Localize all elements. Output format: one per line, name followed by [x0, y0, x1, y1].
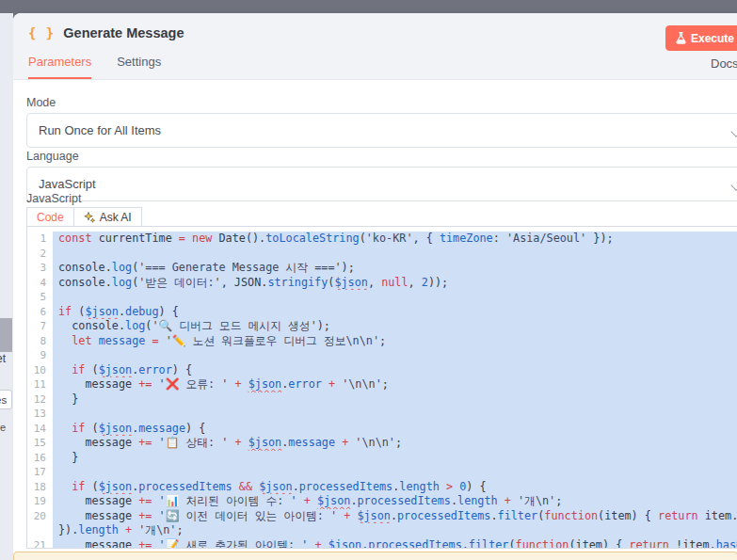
- tab-settings[interactable]: Settings: [117, 55, 161, 79]
- code-line: 18 if ($json.processedItems && $json.pro…: [27, 480, 737, 495]
- tab-code[interactable]: Code: [26, 207, 74, 227]
- tab-ask-ai[interactable]: Ask AI: [74, 207, 142, 227]
- code-line: 20 message += '🔄 이전 데이터 있는 아이템: ' + $jso…: [27, 509, 737, 524]
- code-line: 21 message += '📝 새로 추가된 아이템: ' + $json.p…: [27, 538, 737, 550]
- background-text-fragment: ee: [0, 422, 6, 433]
- code-line: 12 }: [27, 392, 737, 408]
- code-line: 19 message += '📊 처리된 아이템 수: ' + $json.pr…: [27, 494, 737, 509]
- execute-step-label: Execute step: [691, 32, 737, 45]
- panel-header: { } Generate Message Execute step Parame…: [13, 13, 737, 80]
- tab-parameters[interactable]: Parameters: [28, 55, 91, 79]
- code-line: }).length + '개\n';: [27, 523, 737, 538]
- code-tab-label: Code: [37, 211, 64, 224]
- code-line: 10 if ($json.error) {: [27, 363, 737, 378]
- sparkles-icon: [84, 212, 95, 223]
- language-select[interactable]: JavaScript: [26, 167, 737, 201]
- mode-select[interactable]: Run Once for All Items: [26, 113, 737, 148]
- code-editor[interactable]: 1const currentTime = new Date().toLocale…: [26, 226, 737, 549]
- background-button-fragment: es: [0, 390, 12, 409]
- chevron-down-icon: [730, 180, 737, 190]
- ask-ai-tab-label: Ask AI: [100, 211, 132, 224]
- chevron-down-icon: [730, 126, 737, 136]
- node-title-row: { } Generate Message: [28, 25, 184, 40]
- panel-tabs: Parameters Settings: [28, 55, 161, 79]
- notice-banner: [13, 552, 737, 560]
- code-node-icon: { }: [28, 25, 55, 40]
- canvas-left-strip: et es ee: [0, 13, 13, 560]
- node-detail-panel: { } Generate Message Execute step Parame…: [13, 13, 737, 560]
- execute-step-button[interactable]: Execute step: [665, 25, 737, 51]
- code-editor-tabs: Code Ask AI: [26, 207, 142, 227]
- code-line: 13: [27, 407, 737, 422]
- code-line: 3console.log('=== Generate Message 시작 ==…: [27, 261, 737, 276]
- code-line: 17: [27, 465, 737, 480]
- code-line: 6if ($json.debug) {: [27, 305, 737, 320]
- language-label: Language: [26, 150, 79, 163]
- background-node-fragment: [0, 318, 12, 352]
- javascript-section-label: JavaScript: [26, 192, 81, 205]
- code-line: 14 if ($json.message) {: [27, 422, 737, 437]
- mode-select-value: Run Once for All Items: [39, 123, 161, 137]
- code-line: 5: [27, 290, 737, 305]
- window-top-bar: [0, 0, 737, 13]
- code-line: 15 message += '📋 상태: ' + $json.message +…: [27, 436, 737, 451]
- code-line: 2: [27, 247, 737, 262]
- code-line: 8 let message = '✏️ 노션 워크플로우 디버그 정보\n\n'…: [27, 334, 737, 349]
- node-title: Generate Message: [63, 25, 184, 40]
- docs-link[interactable]: Docs: [711, 56, 737, 71]
- code-line: 16 }: [27, 451, 737, 466]
- code-line: 4console.log('받은 데이터:', JSON.stringify($…: [27, 276, 737, 291]
- code-line: 9: [27, 348, 737, 363]
- code-lines: 1const currentTime = new Date().toLocale…: [27, 232, 737, 549]
- mode-label: Mode: [26, 96, 56, 109]
- code-line: 1const currentTime = new Date().toLocale…: [27, 232, 737, 247]
- code-line: 7 console.log('🔍 디버그 모드 메시지 생성');: [27, 319, 737, 334]
- code-line: 11 message += '❌ 오류: ' + $json.error + '…: [27, 377, 737, 392]
- flask-icon: [676, 32, 686, 44]
- background-text-fragment: et: [0, 352, 6, 365]
- language-select-value: JavaScript: [39, 177, 96, 191]
